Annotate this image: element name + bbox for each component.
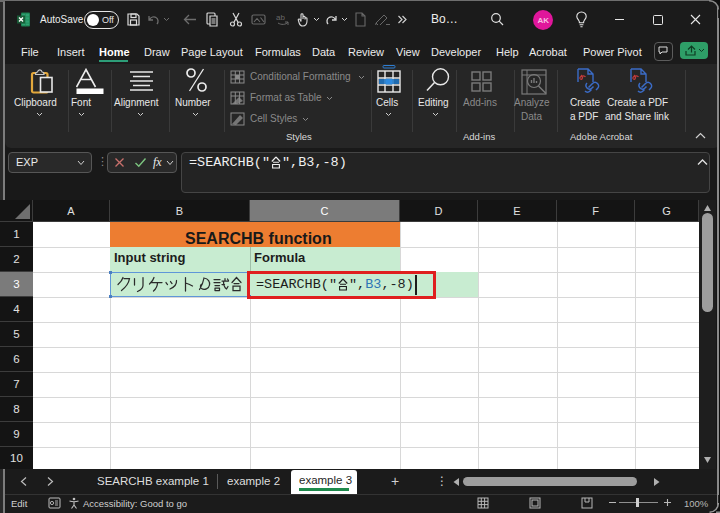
svg-text:ab: ab [276,13,285,22]
